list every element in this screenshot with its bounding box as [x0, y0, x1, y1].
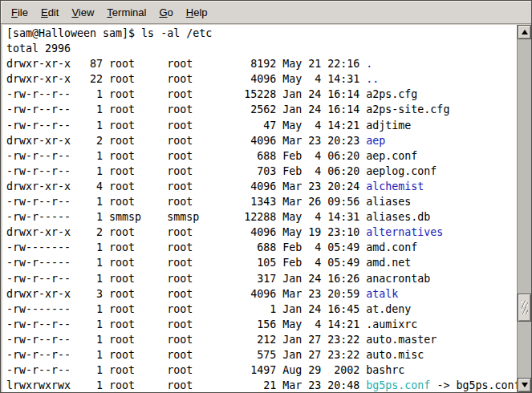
menu-accelerator: V — [71, 6, 78, 18]
menu-file[interactable]: File — [5, 2, 35, 22]
terminal-window: FileEditViewTerminalGoHelp [sam@Hallowee… — [0, 0, 532, 393]
terminal-line: drwxr-xr-x 2 root root 4096 May 19 23:10… — [6, 225, 517, 240]
menu-accelerator: E — [41, 6, 48, 18]
menu-help[interactable]: Help — [180, 2, 214, 22]
scrollbar-thumb[interactable] — [518, 294, 531, 322]
file-name: bashrc — [366, 364, 404, 376]
file-name: .aumixrc — [366, 318, 417, 330]
terminal-line: drwxr-xr-x 3 root root 4096 Mar 23 20:59… — [6, 286, 517, 302]
directory-name: aep — [366, 135, 385, 147]
file-name: at.deny — [366, 303, 411, 315]
menu-view[interactable]: View — [65, 2, 100, 22]
file-name: a2ps.cfg — [366, 88, 417, 100]
prompt-line: [sam@Halloween sam]$ ls -al /etc — [6, 26, 517, 41]
menu-bar: FileEditViewTerminalGoHelp — [1, 1, 531, 24]
up-arrow-icon — [522, 30, 528, 34]
terminal-line: -rw-r--r-- 1 root root 156 May 4 14:21 .… — [6, 317, 517, 332]
total-line: total 2996 — [6, 41, 517, 56]
terminal-line: -rw-r--r-- 1 root root 1343 Mar 26 09:56… — [6, 194, 517, 209]
file-name: aliases.db — [366, 211, 430, 223]
file-name: aeplog.conf — [366, 165, 437, 177]
directory-name: alchemist — [366, 180, 424, 192]
terminal-line: drwxr-xr-x 4 root root 4096 Mar 23 20:24… — [6, 179, 517, 194]
file-name: auto.master — [366, 334, 437, 346]
terminal-line: -rw-r--r-- 1 root root 47 May 4 14:21 ad… — [6, 118, 517, 133]
file-name: aep.conf — [366, 150, 417, 162]
terminal-line: -rw-r----- 1 smmsp smmsp 12288 May 4 14:… — [6, 209, 517, 225]
file-name: amd.conf — [366, 241, 417, 253]
down-arrow-icon — [522, 383, 528, 387]
menu-go[interactable]: Go — [152, 2, 179, 22]
terminal-screen[interactable]: [sam@Halloween sam]$ ls -al /etc total 2… — [2, 25, 517, 392]
menu-accelerator: T — [107, 6, 112, 18]
menu-accelerator: G — [159, 6, 167, 18]
symlink-name: bg5ps.conf — [366, 379, 430, 391]
terminal-line: -rw-r--r-- 1 root root 2562 Jan 24 16:14… — [6, 102, 517, 117]
scroll-down-button[interactable] — [518, 378, 531, 392]
directory-name: .. — [366, 73, 379, 85]
terminal-line: -rw------- 1 root root 1 Jan 24 16:45 at… — [6, 302, 517, 317]
file-name: adjtime — [366, 120, 411, 132]
menu-accelerator: H — [186, 6, 193, 18]
file-name: a2ps-site.cfg — [366, 103, 449, 115]
terminal-line: -rw-r----- 1 root root 105 Feb 4 05:49 a… — [6, 255, 517, 270]
terminal-line: lrwxrwxrwx 1 root root 21 Mar 23 20:48 b… — [6, 378, 517, 392]
file-name: anacrontab — [366, 273, 430, 285]
directory-name: atalk — [366, 288, 398, 300]
terminal-line: drwxr-xr-x 22 root root 4096 May 4 14:31… — [6, 71, 517, 87]
terminal-line: -rw-r--r-- 1 root root 15228 Jan 24 16:1… — [6, 87, 517, 102]
file-name: auto.misc — [366, 349, 424, 361]
terminal-line: drwxr-xr-x 2 root root 4096 Mar 23 20:23… — [6, 133, 517, 148]
symlink-target: -> bg5ps.conf — [430, 379, 517, 391]
scrollbar[interactable] — [517, 25, 531, 392]
scroll-up-button[interactable] — [518, 25, 531, 39]
terminal-line: -rw-r--r-- 1 root root 212 Jan 27 23:22 … — [6, 332, 517, 347]
terminal-line: -rw-r--r-- 1 root root 317 Jan 24 16:26 … — [6, 271, 517, 286]
directory-name: . — [366, 58, 372, 70]
terminal-line: -rw-r--r-- 1 root root 1497 Aug 29 2002 … — [6, 363, 517, 378]
file-name: aliases — [366, 196, 411, 208]
file-listing: drwxr-xr-x 87 root root 8192 May 21 22:1… — [6, 56, 517, 392]
terminal-line: drwxr-xr-x 87 root root 8192 May 21 22:1… — [6, 56, 517, 71]
terminal-line: -rw------- 1 root root 688 Feb 4 05:49 a… — [6, 240, 517, 255]
menu-edit[interactable]: Edit — [35, 2, 65, 22]
terminal-line: -rw-r--r-- 1 root root 703 Feb 4 06:20 a… — [6, 164, 517, 179]
file-name: amd.net — [366, 257, 411, 269]
terminal-line: -rw-r--r-- 1 root root 575 Jan 27 23:22 … — [6, 347, 517, 363]
menu-terminal[interactable]: Terminal — [100, 2, 152, 22]
scrollbar-grip-icon — [522, 300, 528, 314]
menu-accelerator: F — [11, 6, 18, 18]
directory-name: alternatives — [366, 226, 443, 238]
terminal-area: [sam@Halloween sam]$ ls -al /etc total 2… — [1, 24, 531, 392]
terminal-line: -rw-r--r-- 1 root root 688 Feb 4 06:20 a… — [6, 148, 517, 164]
